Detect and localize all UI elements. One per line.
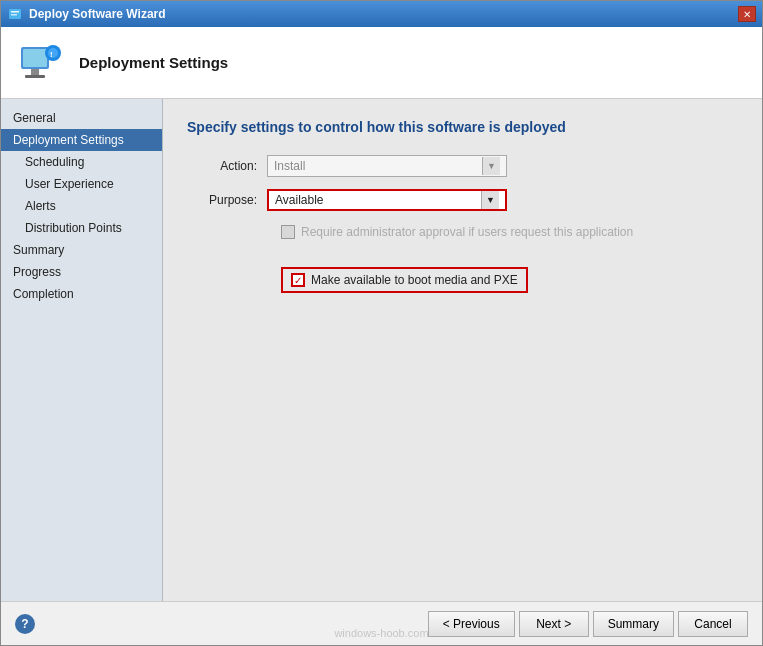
sidebar-item-completion[interactable]: Completion [1,283,162,305]
svg-text:!: ! [50,50,53,59]
summary-button[interactable]: Summary [593,611,674,637]
sidebar-item-summary[interactable]: Summary [1,239,162,261]
svg-rect-4 [23,49,47,67]
checkbox1-row: Require administrator approval if users … [281,225,738,239]
checkbox2-row: ✓ Make available to boot media and PXE [281,267,528,293]
footer-left: ? [15,614,35,634]
sidebar-item-distribution-points[interactable]: Distribution Points [1,217,162,239]
header-title: Deployment Settings [79,54,228,71]
purpose-label: Purpose: [187,193,267,207]
sidebar-item-deployment-settings[interactable]: Deployment Settings [1,129,162,151]
purpose-dropdown[interactable]: Available ▼ [267,189,507,211]
next-button[interactable]: Next > [519,611,589,637]
action-dropdown[interactable]: Install ▼ [267,155,507,177]
svg-rect-5 [31,69,39,75]
svg-rect-2 [11,14,17,16]
title-bar: Deploy Software Wizard ✕ [1,1,762,27]
purpose-row: Purpose: Available ▼ [187,189,738,211]
action-value: Install [274,159,305,173]
sidebar-item-scheduling[interactable]: Scheduling [1,151,162,173]
checkbox2-label: Make available to boot media and PXE [311,273,518,287]
content-title: Specify settings to control how this sof… [187,119,738,135]
action-dropdown-arrow: ▼ [482,157,500,175]
close-button[interactable]: ✕ [738,6,756,22]
content-area: Specify settings to control how this sof… [163,99,762,601]
action-control: Install ▼ [267,155,507,177]
purpose-dropdown-arrow: ▼ [481,191,499,209]
purpose-value: Available [275,193,323,207]
body: General Deployment Settings Scheduling U… [1,99,762,601]
cancel-button[interactable]: Cancel [678,611,748,637]
footer-buttons: < Previous Next > Summary Cancel [428,611,748,637]
sidebar-item-alerts[interactable]: Alerts [1,195,162,217]
checkbox2[interactable]: ✓ [291,273,305,287]
help-button[interactable]: ? [15,614,35,634]
header-icon: ! [17,39,65,87]
action-label: Action: [187,159,267,173]
svg-rect-1 [11,11,19,13]
sidebar-item-general[interactable]: General [1,107,162,129]
title-text: Deploy Software Wizard [29,7,166,21]
watermark: windows-hoob.com [334,627,428,639]
footer: ? windows-hoob.com < Previous Next > Sum… [1,601,762,645]
sidebar-item-progress[interactable]: Progress [1,261,162,283]
wizard-icon [7,6,23,22]
purpose-control: Available ▼ [267,189,507,211]
main-window: Deploy Software Wizard ✕ ! Deployment Se… [0,0,763,646]
header-bar: ! Deployment Settings [1,27,762,99]
svg-rect-6 [25,75,45,78]
action-row: Action: Install ▼ [187,155,738,177]
sidebar: General Deployment Settings Scheduling U… [1,99,163,601]
checkbox1-label: Require administrator approval if users … [301,225,633,239]
sidebar-item-user-experience[interactable]: User Experience [1,173,162,195]
previous-button[interactable]: < Previous [428,611,515,637]
title-bar-left: Deploy Software Wizard [7,6,166,22]
checkbox1[interactable] [281,225,295,239]
